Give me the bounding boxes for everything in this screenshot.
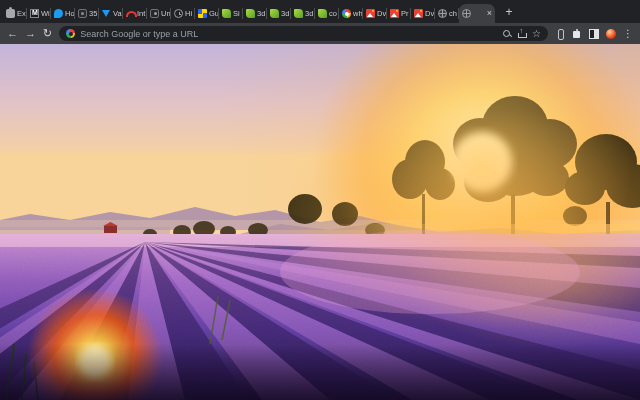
leaf-icon xyxy=(222,9,231,18)
sidepanel-extension-icon[interactable] xyxy=(589,29,599,39)
tab[interactable]: 35 xyxy=(75,4,99,23)
tab[interactable]: 3d xyxy=(267,4,291,23)
extensions-puzzle-icon[interactable] xyxy=(572,29,582,39)
tab[interactable]: Va xyxy=(99,4,123,23)
leaf-icon xyxy=(318,9,327,18)
tab-strip-tabs: ExtWiHo35VaIntUnHiGuSi3d3d3dcowhDvPrDvch… xyxy=(3,4,495,23)
menu-kebab-icon[interactable]: ⋮ xyxy=(623,29,633,39)
tab-label: Pr xyxy=(401,9,409,18)
twitter-icon xyxy=(54,9,63,18)
tab-active[interactable]: × xyxy=(459,4,495,23)
tab[interactable]: ch xyxy=(435,4,459,23)
tab[interactable]: Dv xyxy=(411,4,435,23)
tab-label: Va xyxy=(113,9,122,18)
tab-label: Gu xyxy=(209,9,219,18)
leaf-icon xyxy=(294,9,303,18)
forward-icon[interactable]: → xyxy=(25,28,36,39)
back-icon[interactable]: ← xyxy=(7,28,18,39)
tab-label: 3d xyxy=(257,9,265,18)
photos-icon xyxy=(366,9,375,18)
tab[interactable]: Int xyxy=(123,4,147,23)
tab[interactable]: Un xyxy=(147,4,171,23)
tab[interactable]: Pr xyxy=(387,4,411,23)
tab[interactable]: Wi xyxy=(27,4,51,23)
tab-label: co xyxy=(329,9,337,18)
gauge-icon xyxy=(126,9,135,18)
tab-label: wh xyxy=(353,9,363,18)
reload-icon[interactable]: ↻ xyxy=(43,28,52,39)
tab-label: Ext xyxy=(17,9,27,18)
tab[interactable]: Gu xyxy=(195,4,219,23)
leaf-icon xyxy=(246,9,255,18)
tab[interactable]: Hi xyxy=(171,4,195,23)
new-tab-button[interactable]: + xyxy=(501,5,517,21)
tab-strip: ExtWiHo35VaIntUnHiGuSi3d3d3dcowhDvPrDvch… xyxy=(0,0,640,23)
tab[interactable]: Dv xyxy=(363,4,387,23)
camera-icon xyxy=(78,9,87,18)
toolbar: ← → ↻ ☆ ⋮ xyxy=(0,23,640,44)
globe-icon xyxy=(438,9,447,18)
share-icon[interactable] xyxy=(517,29,527,39)
tab[interactable]: 3d xyxy=(243,4,267,23)
tab-label: Si xyxy=(233,9,240,18)
device-extension-icon[interactable] xyxy=(555,29,565,39)
omnibox-input[interactable] xyxy=(80,29,497,39)
leaf-icon xyxy=(270,9,279,18)
tab-label: ch xyxy=(449,9,457,18)
profile-avatar[interactable] xyxy=(606,29,616,39)
tab-close-icon[interactable]: × xyxy=(487,9,493,18)
checker-icon xyxy=(198,9,207,18)
puzzle-icon xyxy=(6,9,15,18)
google-search-icon xyxy=(66,29,75,38)
history-icon xyxy=(174,9,183,18)
tab[interactable]: Ext xyxy=(3,4,27,23)
tab-label: Hi xyxy=(185,9,192,18)
tab-label: Wi xyxy=(41,9,50,18)
tab-label: 3d xyxy=(305,9,313,18)
tab[interactable]: wh xyxy=(339,4,363,23)
photos-icon xyxy=(414,9,423,18)
tab-label: 3d xyxy=(281,9,289,18)
google-icon xyxy=(342,9,351,18)
badge-icon xyxy=(150,9,159,18)
omnibox[interactable]: ☆ xyxy=(59,26,548,41)
v-icon xyxy=(102,9,111,18)
bookmark-star-icon[interactable]: ☆ xyxy=(532,29,541,39)
tab-label: Un xyxy=(161,9,171,18)
tab[interactable]: Si xyxy=(219,4,243,23)
browser-window: ExtWiHo35VaIntUnHiGuSi3d3d3dcowhDvPrDvch… xyxy=(0,0,640,400)
tab[interactable]: co xyxy=(315,4,339,23)
tab-label: Dv xyxy=(377,9,386,18)
tab-label: Int xyxy=(137,9,145,18)
lavender-sunset-scene xyxy=(0,44,640,400)
photos-icon xyxy=(390,9,399,18)
tab[interactable]: 3d xyxy=(291,4,315,23)
tab-label: Ho xyxy=(65,9,75,18)
m-icon xyxy=(30,9,39,18)
tab-label: 35 xyxy=(89,9,97,18)
tab[interactable]: Ho xyxy=(51,4,75,23)
tab-label: Dv xyxy=(425,9,434,18)
wallpaper xyxy=(0,44,640,400)
globe-icon xyxy=(462,9,471,18)
zoom-search-icon[interactable] xyxy=(502,29,512,39)
